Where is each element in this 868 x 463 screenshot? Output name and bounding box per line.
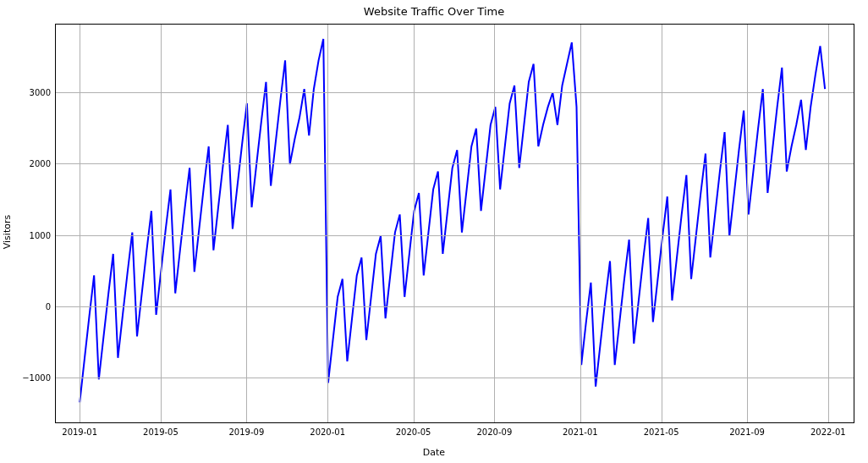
gridline-v [747,25,748,422]
y-tick-label: 2000 [30,159,56,168]
series-line [80,39,825,402]
gridline-v [161,25,162,422]
y-tick-label: 1000 [30,230,56,240]
gridline-h [56,92,854,93]
x-tick-label: 2022-01 [810,422,846,437]
y-tick-label: 3000 [30,88,56,97]
gridline-h [56,163,854,164]
x-tick-label: 2019-01 [62,422,97,437]
y-tick-label: 0 [46,302,56,311]
y-tick-label: −1000 [22,373,56,383]
gridline-v [662,25,662,422]
chart-figure: Website Traffic Over Time Visitors Date … [0,0,868,463]
x-tick-label: 2019-09 [228,422,264,437]
x-tick-label: 2019-05 [143,422,179,437]
gridline-h [56,378,854,378]
plot-svg [56,25,854,422]
gridline-v [414,25,415,422]
x-tick-label: 2020-09 [476,422,512,437]
y-axis-label: Visitors [2,214,13,248]
plot-area: −100001000200030002019-012019-052019-092… [55,24,854,423]
gridline-v [327,25,328,422]
x-tick-label: 2020-01 [310,422,345,437]
gridline-v [80,25,80,422]
gridline-h [56,306,854,307]
gridline-v [828,25,829,422]
x-tick-label: 2021-05 [644,422,679,437]
x-tick-label: 2021-01 [563,422,598,437]
chart-title: Website Traffic Over Time [0,5,868,18]
gridline-v [580,25,581,422]
x-axis-label: Date [0,447,868,458]
x-tick-label: 2021-09 [729,422,765,437]
gridline-v [246,25,247,422]
gridline-v [494,25,495,422]
gridline-h [56,235,854,236]
x-tick-label: 2020-05 [396,422,431,437]
